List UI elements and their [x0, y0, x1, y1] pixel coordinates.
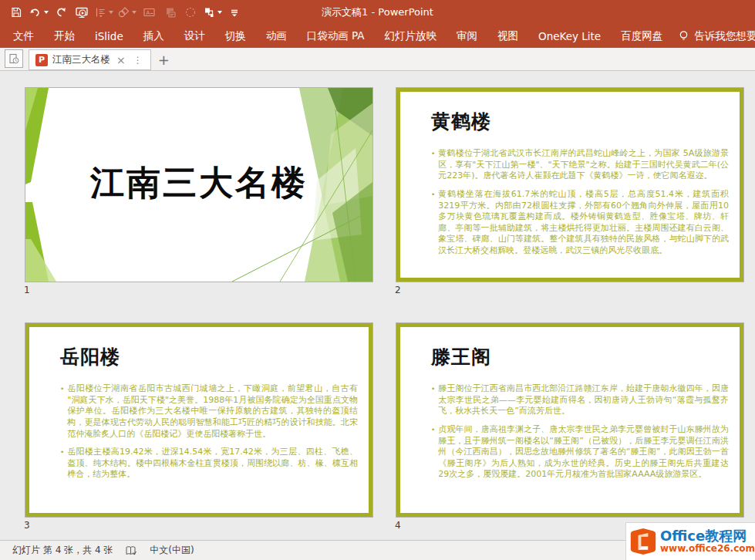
- arrange-objects-icon[interactable]: [201, 2, 224, 22]
- ribbon-tab-slideshow[interactable]: 幻灯片放映: [375, 25, 447, 48]
- slide4-title: 滕王阁: [431, 344, 729, 369]
- title-bar: A 演示文稿1 - PowerPoint: [0, 0, 755, 25]
- slide2-title: 黄鹤楼: [431, 109, 729, 134]
- ribbon-tab-home[interactable]: 开始: [44, 25, 85, 48]
- customize-quick-access-toolbar-icon[interactable]: [224, 2, 244, 22]
- powerpoint-file-icon: P: [35, 54, 48, 66]
- save-icon[interactable]: [6, 2, 26, 22]
- ribbon-tab-file[interactable]: 文件: [3, 25, 44, 48]
- slide-thumbnail-3[interactable]: 岳阳楼 • 岳阳楼位于湖南省岳阳市古城西门城墙之上，下瞰洞庭，前望君山，自古有 …: [25, 322, 373, 518]
- ribbon-tab-insert[interactable]: 插入: [133, 25, 174, 48]
- slide-thumbnail-2[interactable]: 黄鹤楼 • 黄鹤楼位于湖北省武汉市长江南岸的武昌蛇山峰岭之上，为国家 5A级旅游…: [396, 87, 744, 282]
- slideshow-from-beginning-icon[interactable]: [72, 2, 92, 22]
- ribbon-tab-transitions[interactable]: 切换: [215, 25, 256, 48]
- document-tab[interactable]: P 江南三大名楼 × ⋮: [29, 49, 151, 70]
- merge-shapes-dropdown-caret: [132, 11, 137, 14]
- ribbon-tab-animations[interactable]: 动画: [256, 25, 297, 48]
- undo-dropdown-caret[interactable]: [44, 11, 49, 14]
- watermark-brand: Office教程网: [660, 529, 755, 544]
- slide-thumbnail-1[interactable]: 江南三大名楼: [25, 87, 373, 282]
- slide4-bullet-2: • 贞观年间，唐高祖李渊之子、唐太宗李世民之弟李元婴曾被封于山东滕州故为滕王，且…: [431, 424, 729, 481]
- ribbon-tab-baidu-netdisk[interactable]: 百度网盘: [611, 25, 672, 48]
- slide-number-4: 4: [395, 520, 401, 531]
- bullet-dot: •: [60, 447, 64, 481]
- slide-number-1: 1: [24, 285, 30, 295]
- slide-position-indicator[interactable]: 幻灯片 第 4 张，共 4 张: [6, 544, 119, 557]
- tell-me-box[interactable]: 告诉我您想要做什么: [672, 25, 755, 48]
- lightbulb-icon: [679, 30, 689, 42]
- window-title: 演示文稿1 - PowerPoint: [322, 0, 433, 25]
- ribbon-tab-pocket-animation[interactable]: 口袋动画 PA: [297, 25, 375, 48]
- ribbon-tab-design[interactable]: 设计: [174, 25, 215, 48]
- ribbon-tab-review[interactable]: 审阅: [447, 25, 487, 48]
- slide1-title: 江南三大名楼: [25, 88, 372, 282]
- ribbon-tab-view[interactable]: 视图: [487, 25, 528, 48]
- new-tab-button[interactable]: +: [151, 49, 177, 70]
- document-tab-label: 江南三大名楼: [52, 53, 110, 66]
- animation-painter-disabled-icon: [160, 2, 180, 22]
- office-logo-icon: [629, 527, 657, 556]
- slide3-title: 岳阳楼: [60, 344, 358, 369]
- tab-menu-icon[interactable]: ⋮: [132, 55, 144, 66]
- slide4-bullet-1: • 滕王阁位于江西省南昌市西北部沿江路赣江东岸，始建于唐朝永徽四年，因唐太宗李世…: [431, 383, 729, 417]
- oval-disabled-icon: [180, 2, 201, 22]
- slide2-bullet-1: • 黄鹤楼位于湖北省武汉市长江南岸的武昌蛇山峰岭之上，为国家 5A级旅游景区，享…: [431, 148, 729, 182]
- ribbon-tab-onekey[interactable]: OneKey Lite: [528, 25, 611, 48]
- tell-me-label: 告诉我您想要做什么: [694, 29, 755, 43]
- bullet-dot: •: [431, 424, 435, 481]
- slide-thumbnail-4[interactable]: 滕王阁 • 滕王阁位于江西省南昌市西北部沿江路赣江东岸，始建于唐朝永徽四年，因唐…: [396, 322, 744, 518]
- slide2-bullet-2: • 黄鹤楼坐落在海拔61.7米的蛇山顶，楼高5层，总高度51.4米，建筑面积32…: [431, 189, 729, 257]
- merge-shapes-disabled-icon: [116, 2, 138, 22]
- document-tab-bar: P 江南三大名楼 × ⋮ +: [0, 48, 755, 71]
- tab-close-icon[interactable]: ×: [115, 54, 127, 66]
- watermark-url: www.office26.com: [660, 544, 755, 554]
- redo-icon[interactable]: [51, 2, 71, 22]
- indent-dropdown-caret: [109, 11, 113, 14]
- ribbon-tab-row: 文件 开始 iSlide 插入 设计 切换 动画 口袋动画 PA 幻灯片放映 审…: [0, 25, 755, 48]
- office26-watermark: Office教程网 www.office26.com: [625, 522, 755, 560]
- bullet-dot: •: [431, 189, 435, 257]
- ribbon-tab-islide[interactable]: iSlide: [85, 25, 133, 48]
- indent-disabled-icon: [93, 2, 115, 22]
- slide-number-3: 3: [24, 520, 30, 531]
- undo-icon[interactable]: [27, 2, 50, 22]
- bullet-dot: •: [431, 383, 435, 417]
- slide-sorter-canvas: 江南三大名楼 1 黄鹤楼 • 黄鹤楼位于湖北省武汉市长江南岸的武昌蛇山峰岭之上，…: [0, 71, 755, 540]
- bullet-dot: •: [60, 383, 64, 440]
- spelling-status-icon[interactable]: [119, 545, 143, 556]
- language-indicator[interactable]: 中文(中国): [143, 544, 200, 557]
- svg-text:A: A: [146, 10, 150, 15]
- slide-number-2: 2: [395, 285, 401, 295]
- slide3-bullet-1: • 岳阳楼位于湖南省岳阳市古城西门城墙之上，下瞰洞庭，前望君山，自古有 "洞庭天…: [60, 383, 358, 440]
- arrange-dropdown-caret[interactable]: [217, 11, 222, 14]
- quick-access-toolbar: A: [6, 0, 244, 25]
- bullet-dot: •: [431, 148, 435, 182]
- text-box-disabled-icon: A: [139, 2, 159, 22]
- slide3-bullet-2: • 岳阳楼主楼高19.42米，进深14.54米，宽17.42米，为三层、四柱、飞…: [60, 447, 358, 481]
- tab-manager-icon[interactable]: [5, 49, 23, 68]
